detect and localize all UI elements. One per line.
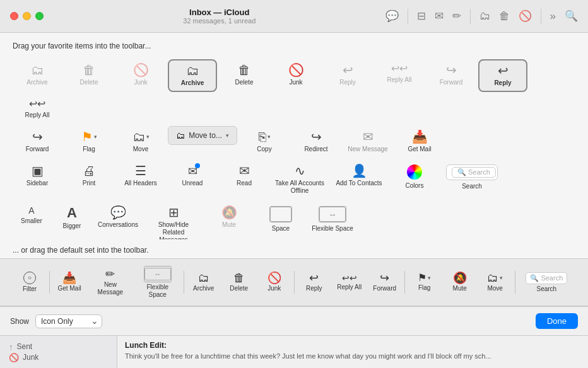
junk-icon[interactable]: 🚫	[519, 9, 532, 23]
space-item[interactable]: Space	[256, 202, 305, 237]
conversations-item[interactable]: 💬 Conversations	[93, 202, 143, 233]
show-hide-item[interactable]: ⊞ Show/Hide Related Messages	[145, 202, 202, 239]
reply-dim-icon: ↩	[343, 64, 353, 76]
email-preview-pane: Lunch Edit: Think you'll be free for a l…	[117, 336, 588, 368]
speech-bubble-icon[interactable]: 💬	[385, 9, 399, 23]
search-field-d[interactable]: 🔍Search	[526, 272, 567, 284]
redirect-icon: ↪	[311, 130, 322, 143]
zoom-button[interactable]	[35, 12, 44, 20]
default-divider-4	[404, 271, 405, 294]
flexible-space-default[interactable]: ↔ Flexible Space	[134, 263, 181, 302]
read-item[interactable]: ✉ Read	[220, 160, 269, 192]
title-bar: Inbox — iCloud 32 messages, 1 unread 💬 ⊟…	[0, 0, 588, 33]
flex-space-d-icon: ↔	[144, 266, 172, 282]
sidebar-item[interactable]: ▣ Sidebar	[13, 160, 62, 192]
new-message-d-icon: ✏	[105, 268, 115, 280]
space-icon	[269, 206, 292, 222]
reply-bold-item[interactable]: ↩ Reply	[478, 59, 527, 92]
minimize-button[interactable]	[23, 12, 31, 20]
forward-dim-icon: ↪	[446, 64, 457, 76]
chevron-down-icon: ▾	[226, 132, 229, 139]
colors-item[interactable]: Colors	[390, 160, 439, 194]
reply-d-icon: ↩	[309, 272, 319, 284]
read-icon: ✉	[239, 164, 250, 177]
default-divider-1	[49, 271, 50, 294]
delete-default[interactable]: 🗑 Delete	[222, 269, 256, 296]
archive-icon[interactable]: 🗂	[479, 10, 490, 23]
archive-default[interactable]: 🗂 Archive	[187, 269, 221, 296]
move-to-item[interactable]: 🗂 Move to... ▾	[168, 126, 237, 145]
flag-icon: ⚑ ▾	[81, 130, 97, 143]
bigger-item[interactable]: A Bigger	[53, 202, 91, 234]
compose-icon[interactable]: ✏	[452, 9, 461, 23]
search-icon[interactable]: 🔍	[565, 9, 578, 23]
search-default[interactable]: 🔍Search Search	[518, 269, 575, 296]
flexible-space-item[interactable]: ↔ Flexible Space	[308, 202, 357, 237]
reply-all-default[interactable]: ↩↩ Reply All	[332, 270, 367, 294]
folder-icon: 🗂	[176, 130, 185, 141]
scan-icon[interactable]: ⊟	[417, 9, 426, 23]
reply-dim-item[interactable]: ↩ Reply	[323, 59, 372, 91]
search-field-icon: 🔍Search	[446, 164, 498, 180]
move-default[interactable]: 🗂▾ Move	[478, 269, 512, 296]
sent-icon: ↑	[9, 342, 13, 352]
archive-d-icon: 🗂	[198, 272, 209, 284]
move-item[interactable]: 🗂 ▾ Move	[116, 126, 165, 158]
colors-icon	[407, 164, 422, 180]
reply-all-bold-item[interactable]: ↩↩ Reply All	[13, 95, 62, 124]
bottom-sidebar: ↑ Sent 🚫 Junk Lunch Edit: Think you'll b…	[0, 335, 588, 368]
show-label: Show	[10, 317, 29, 326]
get-mail-d-icon: 📥	[62, 272, 76, 284]
search-item[interactable]: 🔍Search Search	[442, 160, 502, 195]
smaller-item[interactable]: A Smaller	[13, 202, 50, 229]
all-headers-item[interactable]: ☰ All Headers	[116, 160, 165, 192]
sidebar-pane: ↑ Sent 🚫 Junk	[0, 336, 117, 368]
flag-item[interactable]: ⚑ ▾ Flag	[64, 126, 114, 158]
get-mail-default[interactable]: 📥 Get Mail	[52, 269, 86, 296]
flag-default[interactable]: ⚑▾ Flag	[408, 270, 442, 295]
mute-default[interactable]: 🔕 Mute	[443, 269, 477, 296]
junk-default[interactable]: 🚫 Junk	[257, 269, 291, 296]
copy-item[interactable]: ⎘ ▾ Copy	[240, 126, 289, 158]
new-message-item[interactable]: ✉ New Message	[343, 126, 392, 158]
mail-icon[interactable]: ✉	[435, 9, 444, 23]
email-preview-body: Think you'll be free for a lunchtime cha…	[125, 352, 580, 361]
reply-all-dim-icon: ↩↩	[391, 64, 408, 74]
forward-d-icon: ↪	[380, 272, 389, 284]
delete-item-dim[interactable]: 🗑 Delete	[64, 59, 114, 91]
delete-icon[interactable]: 🗑	[499, 10, 510, 23]
reply-default[interactable]: ↩ Reply	[297, 269, 331, 296]
junk-bold-icon: 🚫	[288, 64, 304, 76]
done-button[interactable]: Done	[536, 313, 578, 329]
filter-default[interactable]: ○ Filter	[13, 268, 47, 296]
sidebar-item-junk[interactable]: 🚫 Junk	[9, 353, 108, 362]
forward-bold-item[interactable]: ↪ Forward	[13, 126, 62, 158]
new-message-icon: ✉	[363, 130, 373, 143]
mute-item[interactable]: 🔕 Mute	[204, 202, 254, 233]
forward-dim-item[interactable]: ↪ Forward	[426, 59, 476, 91]
toolbar-items-row-2: ↪ Forward ⚑ ▾ Flag 🗂 ▾ Move 🗂 Move to...…	[13, 126, 575, 158]
show-bar: Show Icon Only Icon and Text Text Only D…	[0, 306, 588, 335]
forward-default[interactable]: ↪ Forward	[368, 269, 402, 296]
default-divider-5	[515, 271, 515, 294]
junk-item-bold[interactable]: 🚫 Junk	[271, 59, 320, 91]
redirect-item[interactable]: ↪ Redirect	[291, 126, 341, 158]
more-icon[interactable]: »	[550, 10, 556, 23]
unread-item[interactable]: ✉ Unread	[168, 160, 217, 192]
get-mail-item[interactable]: 📥 Get Mail	[395, 126, 444, 158]
take-all-accounts-item[interactable]: ∿ Take All Accounts Offline	[271, 160, 328, 199]
print-item[interactable]: 🖨 Print	[64, 160, 114, 192]
move-icon: 🗂 ▾	[132, 130, 150, 143]
show-select-wrapper[interactable]: Icon Only Icon and Text Text Only	[35, 314, 102, 328]
junk-item-dim[interactable]: 🚫 Junk	[116, 59, 165, 91]
add-contacts-item[interactable]: 👤 Add To Contacts	[331, 160, 387, 192]
new-message-default[interactable]: ✏ New Message	[88, 265, 133, 299]
archive-item-bold[interactable]: 🗂 Archive	[168, 59, 217, 92]
junk-dim-icon: 🚫	[133, 64, 149, 76]
close-button[interactable]	[10, 12, 18, 20]
archive-item-dim[interactable]: 🗂 Archive	[13, 59, 62, 91]
reply-all-dim-item[interactable]: ↩↩ Reply All	[375, 59, 424, 88]
sidebar-item-sent[interactable]: ↑ Sent	[9, 342, 108, 352]
show-select[interactable]: Icon Only Icon and Text Text Only	[35, 314, 102, 328]
delete-item-bold[interactable]: 🗑 Delete	[220, 59, 269, 91]
